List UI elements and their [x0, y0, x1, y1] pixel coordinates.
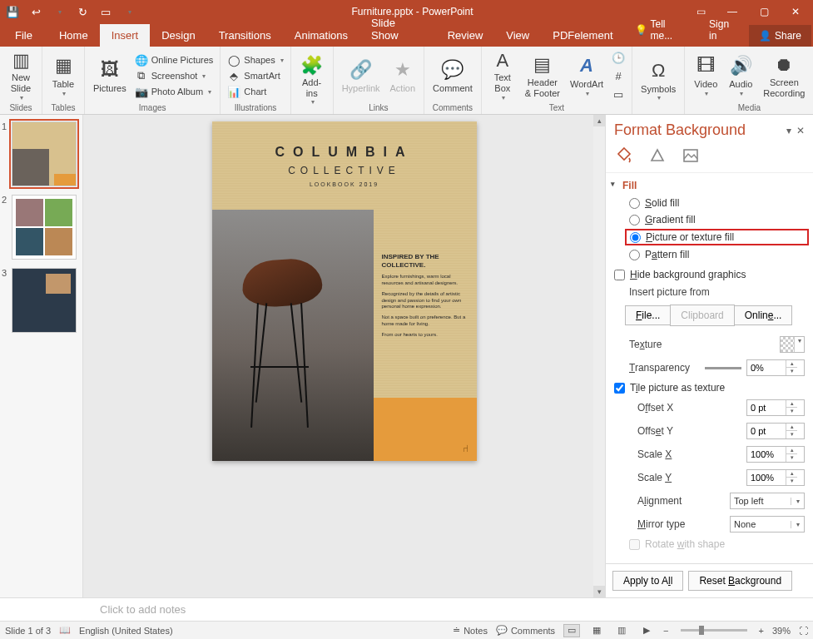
comment-button[interactable]: 💬Comment — [429, 49, 476, 102]
zoom-slider[interactable] — [681, 629, 747, 632]
tab-insert[interactable]: Insert — [100, 24, 151, 47]
checkbox-hide-bg-graphics[interactable]: Hide background graphics — [614, 266, 805, 283]
wordart-button[interactable]: AWordArt — [567, 49, 607, 102]
language-status[interactable]: English (United States) — [79, 626, 173, 636]
tab-design[interactable]: Design — [150, 24, 206, 47]
tab-review[interactable]: Review — [436, 24, 495, 47]
checkbox-tile-picture[interactable]: Tile picture as texture — [614, 379, 805, 396]
date-time-button[interactable]: 🕒 — [610, 50, 627, 65]
tab-pdfelement[interactable]: PDFelement — [541, 24, 624, 47]
undo-dropdown[interactable] — [48, 2, 70, 22]
pane-close-icon[interactable]: ✕ — [796, 125, 805, 136]
symbols-button[interactable]: ΩSymbols — [637, 54, 679, 107]
maximize-icon[interactable]: ▢ — [748, 0, 780, 23]
undo-icon[interactable]: ↩ — [25, 2, 47, 22]
qat-customize[interactable] — [118, 2, 140, 22]
comments-toggle[interactable]: 💬 Comments — [496, 625, 555, 636]
slide-canvas[interactable]: COLUMBIA COLLECTIVE LOOKBOOK 2019 INSPIR… — [83, 115, 605, 597]
tab-animations[interactable]: Animations — [283, 24, 359, 47]
pane-tab-effects[interactable] — [647, 146, 667, 166]
close-icon[interactable]: ✕ — [780, 0, 811, 23]
radio-solid-fill[interactable]: SSolid fillolid fill — [629, 195, 805, 211]
audio-button[interactable]: 🔊Audio — [725, 49, 756, 102]
thumbnail-1[interactable] — [12, 121, 77, 186]
chart-button[interactable]: 📊Chart — [226, 84, 285, 99]
slide-accent-block: ⑁ — [374, 398, 477, 461]
video-icon: 🎞 — [694, 54, 717, 77]
offsety-input[interactable]: ▴▾ — [746, 423, 805, 439]
offsetx-input[interactable]: ▴▾ — [746, 399, 805, 416]
slide-counter[interactable]: Slide 1 of 3 — [5, 626, 51, 636]
start-from-beginning-icon[interactable]: ▭ — [95, 2, 116, 22]
slide-number-button[interactable]: # — [610, 68, 627, 83]
header-footer-button[interactable]: ▤Header & Footer — [522, 49, 563, 102]
pane-tab-picture[interactable] — [681, 146, 701, 166]
scaley-input[interactable]: ▴▾ — [746, 469, 805, 486]
photo-album-button[interactable]: 📷Photo Album — [133, 84, 216, 99]
thumbnail-3[interactable] — [12, 268, 77, 333]
normal-view-icon[interactable]: ▭ — [563, 624, 580, 637]
new-slide-button[interactable]: ▥New Slide — [5, 49, 37, 102]
save-icon[interactable]: 💾 — [2, 2, 23, 22]
zoom-in-icon[interactable]: + — [759, 626, 764, 636]
redo-icon[interactable]: ↻ — [72, 2, 93, 22]
apply-to-all-button[interactable]: Apply to All — [612, 571, 683, 591]
spellcheck-icon[interactable]: 📖 — [59, 625, 71, 636]
photo-album-icon: 📷 — [135, 85, 148, 98]
file-button[interactable]: File... — [625, 305, 671, 325]
tab-view[interactable]: View — [494, 24, 541, 47]
slide-thumbnails[interactable]: 1 2 3 — [0, 115, 83, 597]
radio-gradient-fill[interactable]: Gradient fill — [629, 211, 805, 228]
reset-background-button[interactable]: Reset Background — [688, 571, 792, 591]
tab-slideshow[interactable]: Slide Show — [359, 12, 436, 47]
screen-recording-button[interactable]: ⏺Screen Recording — [760, 49, 808, 102]
video-button[interactable]: 🎞Video — [690, 49, 721, 102]
action-button: ★Action — [387, 49, 419, 102]
object-button[interactable]: ▭ — [610, 87, 627, 102]
textbox-button[interactable]: AText Box — [487, 49, 518, 102]
slide-sorter-view-icon[interactable]: ▦ — [588, 624, 605, 637]
fill-section-header[interactable]: Fill — [606, 173, 813, 195]
alignment-combo[interactable]: Top left▾ — [730, 493, 805, 509]
sign-in[interactable]: Sign in — [699, 13, 749, 47]
shapes-button[interactable]: ◯Shapes — [226, 52, 285, 67]
slide[interactable]: COLUMBIA COLLECTIVE LOOKBOOK 2019 INSPIR… — [212, 121, 477, 461]
online-button[interactable]: Online... — [734, 305, 793, 325]
format-background-pane: Format Background ▾✕ Fill SSolid filloli… — [605, 115, 813, 597]
reading-view-icon[interactable]: ▥ — [613, 624, 630, 637]
status-bar: Slide 1 of 3 📖 English (United States) ≐… — [0, 621, 813, 639]
date-time-icon: 🕒 — [612, 51, 625, 64]
vertical-scrollbar[interactable]: ▴▾ — [593, 115, 605, 597]
tab-file[interactable]: File — [0, 24, 47, 47]
zoom-level[interactable]: 39% — [772, 626, 791, 636]
online-pictures-button[interactable]: 🌐Online Pictures — [133, 52, 216, 67]
radio-pattern-fill[interactable]: Pattern fill — [629, 246, 805, 263]
thumbnail-2[interactable] — [12, 195, 77, 260]
fit-to-window-icon[interactable]: ⛶ — [799, 626, 808, 636]
tab-home[interactable]: Home — [47, 24, 100, 47]
online-pictures-icon: 🌐 — [135, 53, 148, 67]
notes-pane[interactable]: Click to add notes — [0, 597, 813, 621]
pictures-button[interactable]: 🖼Pictures — [90, 49, 130, 102]
pane-options-icon[interactable]: ▾ — [786, 125, 791, 136]
radio-picture-texture-fill[interactable]: Picture or texture fill — [625, 229, 809, 245]
thumb-number: 1 — [2, 121, 7, 131]
tell-me[interactable]: 💡Tell me... — [625, 13, 700, 47]
screenshot-button[interactable]: ⧉Screenshot — [133, 68, 216, 83]
texture-picker[interactable]: ▾ — [780, 336, 805, 353]
addins-button[interactable]: 🧩Add- ins — [296, 54, 328, 107]
transparency-input[interactable]: ▴▾ — [746, 359, 805, 376]
transparency-slider[interactable] — [705, 367, 741, 369]
group-images-label: Images — [139, 103, 166, 113]
scalex-input[interactable]: ▴▾ — [746, 446, 805, 463]
mirror-combo[interactable]: None▾ — [730, 516, 805, 533]
smartart-button[interactable]: ⬘SmartArt — [226, 68, 285, 83]
share-button[interactable]: 👤Share — [749, 25, 811, 47]
pane-tab-fill[interactable] — [614, 146, 634, 166]
notes-toggle[interactable]: ≐ Notes — [453, 625, 488, 636]
zoom-out-icon[interactable]: − — [663, 626, 668, 636]
transparency-label: Transparency — [629, 362, 690, 374]
slideshow-view-icon[interactable]: ▶ — [638, 624, 655, 637]
table-button[interactable]: ▦Table — [47, 49, 79, 102]
tab-transitions[interactable]: Transitions — [207, 24, 283, 47]
